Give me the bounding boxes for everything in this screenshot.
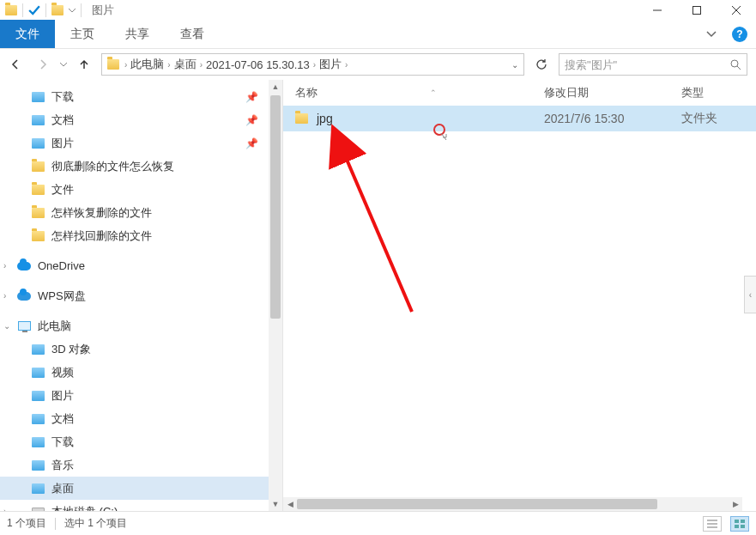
- close-button[interactable]: [717, 0, 756, 20]
- chevron-right-icon[interactable]: ›: [313, 60, 316, 70]
- pin-icon: 📌: [245, 137, 258, 149]
- column-type[interactable]: 类型: [681, 85, 756, 100]
- checkmark-icon[interactable]: [28, 4, 40, 16]
- folder-icon: [32, 161, 45, 172]
- desktop-icon: [32, 483, 45, 494]
- body: 下载📌 文档📌 图片📌 彻底删除的文件怎么恢复 文件 怎样恢复删除的文件 怎样找…: [0, 80, 756, 511]
- download-icon: [32, 92, 45, 102]
- history-dropdown-icon[interactable]: [60, 61, 67, 68]
- minimize-button[interactable]: [638, 0, 677, 20]
- chevron-right-icon[interactable]: ›: [124, 60, 127, 70]
- breadcrumb-dropdown-icon[interactable]: ⌄: [511, 60, 518, 70]
- chevron-right-icon[interactable]: ›: [345, 60, 348, 70]
- pc-icon: [18, 321, 31, 331]
- nav-folder[interactable]: 怎样找回删除的文件: [0, 224, 282, 247]
- scroll-up-icon[interactable]: ▲: [269, 80, 282, 94]
- back-button[interactable]: [5, 54, 26, 75]
- window-title: 图片: [92, 3, 114, 18]
- column-name[interactable]: 名称⌃: [295, 85, 544, 100]
- folder-icon[interactable]: [51, 5, 64, 15]
- folder-icon: [5, 5, 17, 15]
- scrollbar-thumb[interactable]: [297, 499, 657, 509]
- nav-documents[interactable]: 文档📌: [0, 108, 282, 131]
- nav-3d-objects[interactable]: 3D 对象: [0, 337, 282, 361]
- chevron-right-icon[interactable]: ›: [3, 261, 6, 271]
- pin-icon: 📌: [245, 91, 258, 103]
- view-details-button[interactable]: [703, 516, 722, 532]
- nav-downloads[interactable]: 下载📌: [0, 85, 282, 108]
- nav-wps[interactable]: ›WPS网盘: [0, 284, 282, 307]
- svg-rect-14: [741, 525, 745, 528]
- video-icon: [32, 368, 45, 378]
- breadcrumb-item[interactable]: 此电脑: [130, 57, 164, 72]
- picture-icon: [32, 138, 45, 149]
- folder-icon: [32, 208, 45, 218]
- refresh-button[interactable]: [531, 54, 552, 75]
- nav-thispc[interactable]: ⌄此电脑: [0, 314, 282, 337]
- dropdown-icon[interactable]: [69, 7, 76, 14]
- nav-desktop[interactable]: 桌面: [0, 477, 282, 500]
- search-icon[interactable]: [730, 59, 741, 70]
- breadcrumb-item[interactable]: 图片: [319, 57, 342, 72]
- table-row[interactable]: jpg 2021/7/6 15:30 文件夹: [283, 106, 756, 131]
- tab-share[interactable]: 共享: [110, 20, 165, 48]
- nav-pictures[interactable]: 图片📌: [0, 131, 282, 155]
- status-selected-count: 选中 1 个项目: [64, 516, 127, 531]
- ribbon-collapse-button[interactable]: [706, 31, 732, 38]
- nav-videos[interactable]: 视频: [0, 361, 282, 384]
- scroll-down-icon[interactable]: ▼: [269, 497, 282, 511]
- cloud-icon: [17, 262, 31, 271]
- tab-home[interactable]: 主页: [55, 20, 110, 48]
- cursor-icon: [441, 133, 446, 140]
- view-icons-button[interactable]: [730, 516, 749, 532]
- column-headers: 名称⌃ 修改日期 类型: [283, 80, 756, 106]
- chevron-right-icon[interactable]: ›: [200, 60, 203, 70]
- ribbon-tabs: 文件 主页 共享 查看 ?: [0, 20, 756, 49]
- document-icon: [32, 414, 45, 424]
- help-button[interactable]: ?: [732, 27, 747, 42]
- maximize-button[interactable]: [677, 0, 717, 20]
- nav-onedrive[interactable]: ›OneDrive: [0, 254, 282, 277]
- horizontal-scrollbar[interactable]: ◀ ▶: [283, 497, 742, 511]
- tab-view[interactable]: 查看: [165, 20, 220, 48]
- folder-icon: [32, 231, 45, 241]
- nav-scrollbar[interactable]: ▲ ▼: [269, 80, 282, 511]
- search-box[interactable]: [559, 53, 747, 76]
- tab-file[interactable]: 文件: [0, 20, 55, 48]
- nav-pictures[interactable]: 图片: [0, 384, 282, 407]
- nav-folder[interactable]: 彻底删除的文件怎么恢复: [0, 155, 282, 178]
- scrollbar-track[interactable]: [297, 497, 729, 511]
- titlebar: 图片: [0, 0, 756, 20]
- address-bar-row: › 此电脑 › 桌面 › 2021-07-06 15.30.13 › 图片 › …: [0, 49, 756, 80]
- nav-local-disk-c[interactable]: ›本地磁盘 (C:): [0, 500, 282, 511]
- nav-documents[interactable]: 文档: [0, 407, 282, 430]
- nav-music[interactable]: 音乐: [0, 453, 282, 477]
- svg-rect-11: [735, 520, 739, 523]
- column-date[interactable]: 修改日期: [544, 85, 681, 100]
- pin-icon: 📌: [245, 114, 258, 126]
- nav-downloads[interactable]: 下载: [0, 430, 282, 453]
- svg-line-6: [345, 155, 412, 312]
- chevron-right-icon[interactable]: ›: [3, 291, 6, 301]
- sort-asc-icon: ⌃: [430, 88, 437, 97]
- breadcrumb-item[interactable]: 桌面: [174, 57, 197, 72]
- up-button[interactable]: [74, 54, 94, 75]
- scroll-right-icon[interactable]: ▶: [729, 497, 742, 511]
- status-bar: 1 个项目 选中 1 个项目: [0, 511, 756, 535]
- chevron-right-icon[interactable]: ›: [167, 60, 170, 70]
- forward-button[interactable]: [33, 54, 53, 75]
- chevron-right-icon[interactable]: ›: [3, 507, 6, 511]
- scroll-left-icon[interactable]: ◀: [283, 497, 297, 511]
- breadcrumb-bar[interactable]: › 此电脑 › 桌面 › 2021-07-06 15.30.13 › 图片 › …: [101, 53, 524, 76]
- scrollbar-thumb[interactable]: [270, 95, 281, 319]
- preview-pane-handle[interactable]: ‹: [744, 276, 756, 313]
- breadcrumb-item[interactable]: 2021-07-06 15.30.13: [206, 58, 310, 71]
- nav-folder[interactable]: 怎样恢复删除的文件: [0, 201, 282, 224]
- svg-line-5: [737, 66, 741, 70]
- folder-icon: [295, 113, 308, 124]
- drive-icon: [32, 508, 45, 511]
- row-name: jpg: [295, 112, 544, 125]
- nav-folder[interactable]: 文件: [0, 178, 282, 201]
- search-input[interactable]: [565, 58, 730, 71]
- chevron-down-icon[interactable]: ⌄: [3, 321, 10, 331]
